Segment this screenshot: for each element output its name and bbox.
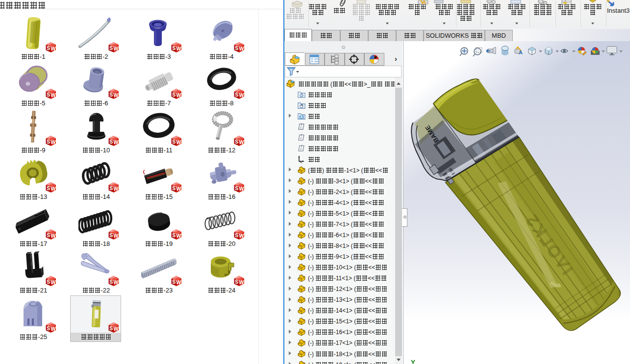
svg-text:W: W bbox=[239, 46, 244, 51]
svg-text:W: W bbox=[51, 279, 56, 285]
svg-text:S: S bbox=[109, 185, 113, 191]
svg-text:W: W bbox=[239, 233, 244, 239]
svg-text:W: W bbox=[114, 93, 119, 98]
svg-text:S: S bbox=[109, 325, 113, 331]
svg-text:W: W bbox=[114, 46, 119, 51]
svg-text:S: S bbox=[172, 139, 176, 145]
svg-text:W: W bbox=[51, 326, 56, 332]
svg-text:W: W bbox=[176, 93, 181, 98]
svg-text:S: S bbox=[47, 232, 50, 238]
svg-text:W: W bbox=[176, 186, 181, 192]
svg-text:W: W bbox=[239, 139, 244, 145]
svg-text:S: S bbox=[47, 185, 50, 191]
svg-text:S: S bbox=[47, 279, 50, 285]
svg-text:S: S bbox=[109, 45, 113, 51]
svg-text:W: W bbox=[51, 139, 56, 145]
svg-text:S: S bbox=[47, 325, 50, 331]
svg-text:W: W bbox=[176, 233, 181, 239]
svg-text:S: S bbox=[172, 92, 176, 97]
svg-text:W: W bbox=[239, 93, 244, 98]
svg-text:S: S bbox=[172, 279, 176, 285]
svg-text:W: W bbox=[114, 326, 119, 332]
svg-text:S: S bbox=[235, 45, 238, 51]
svg-text:S: S bbox=[109, 139, 113, 145]
svg-text:W: W bbox=[176, 279, 181, 285]
svg-text:S: S bbox=[47, 139, 50, 145]
svg-text:W: W bbox=[51, 93, 56, 98]
svg-text:W: W bbox=[114, 233, 119, 239]
svg-text:W: W bbox=[114, 279, 119, 285]
svg-text:S: S bbox=[235, 279, 238, 285]
svg-text:W: W bbox=[176, 139, 181, 145]
svg-text:S: S bbox=[47, 45, 50, 51]
svg-text:S: S bbox=[109, 279, 113, 285]
svg-text:S: S bbox=[172, 185, 176, 191]
svg-text:S: S bbox=[235, 232, 238, 238]
svg-text:W: W bbox=[114, 186, 119, 192]
svg-text:S: S bbox=[172, 232, 176, 238]
svg-text:W: W bbox=[51, 233, 56, 239]
svg-text:W: W bbox=[239, 279, 244, 285]
svg-text:W: W bbox=[51, 186, 56, 192]
svg-text:S: S bbox=[109, 232, 113, 238]
svg-text:S: S bbox=[235, 185, 238, 191]
svg-text:S: S bbox=[235, 139, 238, 145]
svg-text:S: S bbox=[235, 92, 238, 97]
svg-text:S: S bbox=[172, 45, 176, 51]
svg-text:S: S bbox=[109, 92, 113, 97]
svg-text:W: W bbox=[239, 186, 244, 192]
svg-text:W: W bbox=[176, 46, 181, 51]
svg-text:A: A bbox=[300, 115, 302, 119]
svg-text:S: S bbox=[47, 92, 50, 97]
svg-text:W: W bbox=[114, 139, 119, 145]
svg-text:W: W bbox=[51, 46, 56, 51]
